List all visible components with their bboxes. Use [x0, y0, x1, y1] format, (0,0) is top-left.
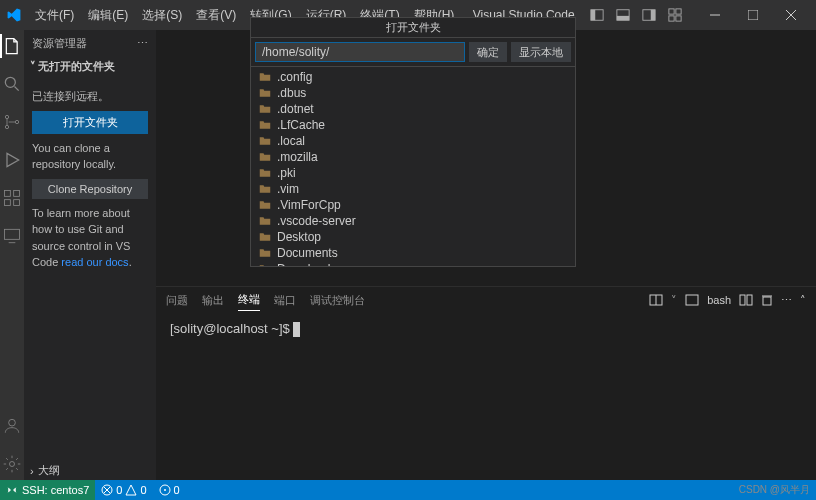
svg-rect-9 [676, 16, 681, 21]
problems-status[interactable]: 0 0 [95, 484, 152, 496]
csdn-watermark: CSDN @风半月 [733, 483, 816, 497]
folder-name: .vim [277, 182, 299, 196]
maximize-panel-icon[interactable]: ˄ [800, 294, 806, 307]
folder-item[interactable]: .config [251, 69, 575, 85]
folder-item[interactable]: Downloads [251, 261, 575, 267]
panel-tab-0[interactable]: 问题 [166, 290, 188, 311]
menu-文件[interactable]: 文件(F) [28, 3, 81, 28]
folder-item[interactable]: .LfCache [251, 117, 575, 133]
svg-rect-31 [747, 295, 752, 305]
open-folder-button[interactable]: 打开文件夹 [32, 111, 148, 134]
terminal-cursor [293, 322, 300, 337]
svg-point-38 [164, 489, 166, 491]
new-terminal-icon[interactable] [685, 293, 699, 307]
folder-item[interactable]: .dotnet [251, 101, 575, 117]
folder-name: .dotnet [277, 102, 314, 116]
svg-rect-11 [748, 10, 758, 20]
settings-gear-icon[interactable] [0, 452, 24, 476]
remote-status[interactable]: SSH: centos7 [0, 480, 95, 500]
folder-item[interactable]: .vscode-server [251, 213, 575, 229]
svg-point-14 [5, 77, 15, 87]
sidebar-section[interactable]: ˅ 无打开的文件夹 [24, 57, 156, 76]
folder-item[interactable]: Documents [251, 245, 575, 261]
path-input[interactable] [255, 42, 465, 62]
svg-rect-23 [5, 229, 20, 239]
section-label: 无打开的文件夹 [38, 59, 115, 74]
folder-name: Desktop [277, 230, 321, 244]
svg-rect-5 [651, 10, 655, 21]
svg-rect-6 [669, 9, 674, 14]
menu-查看[interactable]: 查看(V) [189, 3, 243, 28]
run-debug-icon[interactable] [0, 148, 24, 172]
split-terminal-icon[interactable] [649, 293, 663, 307]
menu-编辑[interactable]: 编辑(E) [81, 3, 135, 28]
layout-toggle-sidebar-right-icon[interactable] [638, 4, 660, 26]
ports-status[interactable]: 0 [153, 484, 186, 496]
more-icon[interactable]: ⋯ [137, 37, 148, 50]
svg-rect-32 [763, 297, 771, 305]
close-button[interactable] [772, 0, 810, 30]
source-control-icon[interactable] [0, 110, 24, 134]
svg-rect-3 [617, 16, 629, 20]
svg-rect-29 [686, 295, 698, 305]
folder-item[interactable]: .local [251, 133, 575, 149]
split-icon[interactable] [739, 293, 753, 307]
svg-rect-19 [5, 191, 11, 197]
clone-repository-button[interactable]: Clone Repository [32, 179, 148, 199]
search-icon[interactable] [0, 72, 24, 96]
minimize-button[interactable] [696, 0, 734, 30]
svg-point-18 [15, 120, 18, 123]
clone-hint: You can clone a repository locally. [32, 140, 148, 173]
folder-item[interactable]: Desktop [251, 229, 575, 245]
open-folder-title: 打开文件夹 [250, 17, 576, 38]
folder-name: .VimForCpp [277, 198, 341, 212]
folder-name: .local [277, 134, 305, 148]
folder-name: Documents [277, 246, 338, 260]
maximize-button[interactable] [734, 0, 772, 30]
folder-item[interactable]: .pki [251, 165, 575, 181]
more-icon[interactable]: ⋯ [781, 294, 792, 307]
sidebar-title: 资源管理器 [32, 36, 87, 51]
svg-point-17 [5, 125, 8, 128]
panel-tab-1[interactable]: 输出 [202, 290, 224, 311]
folder-item[interactable]: .vim [251, 181, 575, 197]
terminal-name[interactable]: bash [707, 294, 731, 306]
outline-section[interactable]: 大纲 [38, 463, 60, 478]
svg-rect-7 [676, 9, 681, 14]
panel-tab-2[interactable]: 终端 [238, 289, 260, 311]
show-local-button[interactable]: 显示本地 [511, 42, 571, 62]
svg-rect-22 [14, 200, 20, 206]
svg-line-15 [15, 87, 19, 91]
panel-tab-3[interactable]: 端口 [274, 290, 296, 311]
svg-point-16 [5, 115, 8, 118]
vscode-logo [0, 8, 28, 22]
folder-name: .LfCache [277, 118, 325, 132]
panel-tab-4[interactable]: 调试控制台 [310, 290, 365, 311]
remote-label: SSH: centos7 [22, 484, 89, 496]
folder-name: .mozilla [277, 150, 318, 164]
svg-rect-1 [591, 10, 595, 21]
chevron-down-icon[interactable]: ˅ [671, 294, 677, 307]
customize-layout-icon[interactable] [664, 4, 686, 26]
extensions-icon[interactable] [0, 186, 24, 210]
svg-rect-20 [14, 191, 20, 197]
learn-text: To learn more about how to use Git and s… [32, 205, 148, 271]
account-icon[interactable] [0, 414, 24, 438]
terminal-prompt[interactable]: [solity@localhost ~]$ [170, 321, 293, 336]
chevron-right-icon: › [30, 465, 34, 477]
explorer-icon[interactable] [0, 34, 24, 58]
ports-count: 0 [174, 484, 180, 496]
kill-terminal-icon[interactable] [761, 294, 773, 306]
folder-name: .config [277, 70, 312, 84]
confirm-button[interactable]: 确定 [469, 42, 507, 62]
warning-count: 0 [140, 484, 146, 496]
layout-toggle-panel-icon[interactable] [612, 4, 634, 26]
svg-rect-8 [669, 16, 674, 21]
layout-toggle-primary-icon[interactable] [586, 4, 608, 26]
remote-explorer-icon[interactable] [0, 224, 24, 248]
folder-item[interactable]: .VimForCpp [251, 197, 575, 213]
folder-item[interactable]: .mozilla [251, 149, 575, 165]
read-docs-link[interactable]: read our docs [61, 256, 128, 268]
menu-选择[interactable]: 选择(S) [135, 3, 189, 28]
folder-item[interactable]: .dbus [251, 85, 575, 101]
